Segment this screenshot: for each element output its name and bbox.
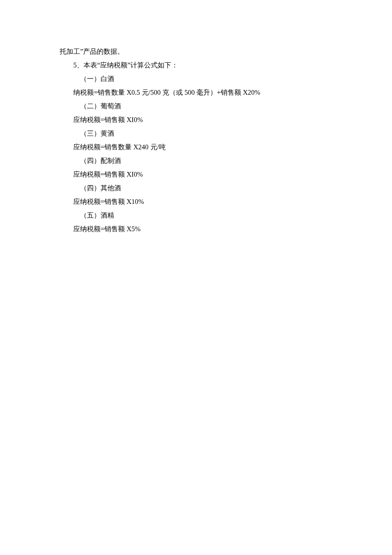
text-line: （四）配制酒 [60, 154, 349, 168]
text-line: 应纳税额=销售数量 X240 元/吨 [60, 140, 349, 154]
text-line: 纳税额=销售数量 X0.5 元/500 克（或 500 毫升）+销售额 X20% [60, 86, 349, 99]
text-line: 应纳税额=销售额 X5% [60, 222, 349, 236]
text-line: （三）黄酒 [60, 127, 349, 140]
text-line: （四）其他酒 [60, 181, 349, 195]
text-line: 应纳税额=销售额 XI0% [60, 168, 349, 181]
text-line: 5、本表“应纳税额”计算公式如下： [60, 58, 349, 72]
text-line: 应纳税额=销售额 XI0% [60, 113, 349, 127]
text-line: （五）酒精 [60, 209, 349, 222]
text-line: 应纳税额=销售额 X10% [60, 195, 349, 209]
text-line: （一）白酒 [60, 72, 349, 86]
text-line: （二）葡萄酒 [60, 99, 349, 113]
text-line: 托加工”产品的数据。 [60, 45, 349, 58]
